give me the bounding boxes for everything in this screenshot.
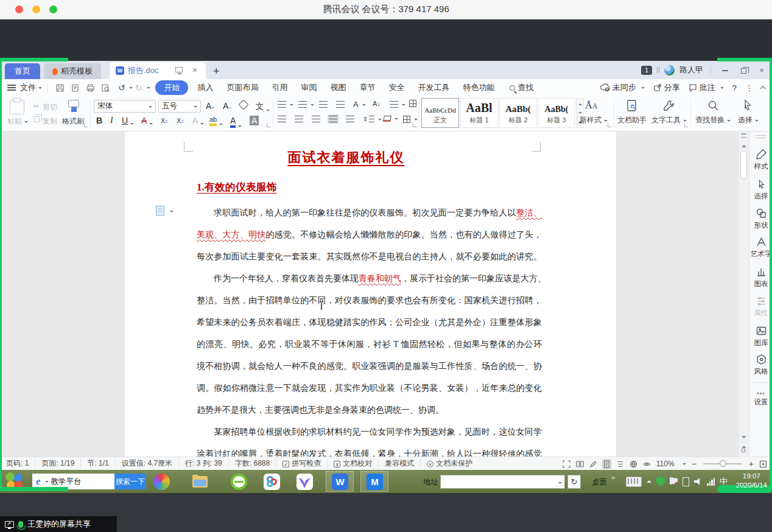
refresh-icon[interactable]: ↻ <box>567 475 581 489</box>
taskbar-clock[interactable]: 19:07 2020/6/14 <box>736 472 767 490</box>
paste-label[interactable]: 粘贴 <box>7 116 28 127</box>
sort-icon[interactable]: A↓ <box>373 100 381 107</box>
comment-button[interactable]: 批注 <box>689 82 724 93</box>
previous-page-button[interactable] <box>742 443 746 448</box>
help-icon[interactable]: ? <box>732 83 737 93</box>
line-spacing-icon[interactable]: ⇕ <box>363 116 382 122</box>
browser-360-icon[interactable] <box>153 474 170 490</box>
doc-assistant-button[interactable]: 文档助手 <box>617 99 647 125</box>
device-icon[interactable] <box>683 477 689 486</box>
minimize-button[interactable] <box>718 66 732 75</box>
new-tab-button[interactable]: + <box>213 66 220 77</box>
shading-icon[interactable] <box>384 116 398 122</box>
save-icon[interactable] <box>55 83 65 93</box>
window-count-badge[interactable]: 1 <box>641 66 652 75</box>
redo-icon[interactable]: ↻ <box>135 83 142 93</box>
share-button[interactable]: 分享 <box>653 82 680 93</box>
text-direction-icon[interactable]: A <box>353 100 366 109</box>
sidebar-属性[interactable]: 属性 <box>749 295 772 318</box>
flag-icon[interactable] <box>670 477 678 486</box>
export-icon[interactable] <box>71 83 80 93</box>
style-标题 3[interactable]: AaBb(标题 3 <box>538 98 575 128</box>
wps-app-icon[interactable]: W <box>332 474 348 490</box>
fullscreen-view-icon[interactable] <box>563 460 570 468</box>
format-painter-label[interactable]: 格式刷 <box>62 116 84 127</box>
copy-label[interactable]: 复制 <box>43 116 57 127</box>
cut-icon[interactable]: ✂ <box>33 102 40 111</box>
font-name-select[interactable]: 宋体 <box>94 100 156 113</box>
menu-tab-审阅[interactable]: 审阅 <box>294 80 323 95</box>
screen-share-badge[interactable]: 王雯婷的屏幕共享 <box>0 516 117 532</box>
zoom-knob[interactable] <box>720 460 726 467</box>
restore-button[interactable] <box>737 66 750 75</box>
meeting-app-icon[interactable]: M <box>367 474 383 490</box>
address-input[interactable] <box>440 475 565 489</box>
strikethrough-icon[interactable]: A <box>141 116 153 125</box>
format-painter-icon[interactable] <box>68 100 79 107</box>
desktop-chevrons-icon[interactable]: » <box>611 474 615 481</box>
antivirus-icon[interactable] <box>231 474 247 490</box>
status-seg-4[interactable]: 行: 3 列: 39 <box>179 458 229 469</box>
decrease-font-icon[interactable]: A− <box>223 101 232 111</box>
close-tab-icon[interactable]: × <box>192 65 197 75</box>
status-seg-5[interactable]: 字数: 6888 <box>229 458 276 469</box>
paragraph-options-caret[interactable] <box>170 211 174 214</box>
increase-font-icon[interactable]: A+ <box>206 101 215 111</box>
font-size-select[interactable]: 五号 <box>158 100 201 113</box>
bold-icon[interactable]: B <box>96 116 102 125</box>
taskbar-search-button[interactable]: 搜索一下 <box>114 474 146 489</box>
para-layout-icon[interactable] <box>390 101 405 108</box>
eye-protect-icon[interactable] <box>643 460 651 468</box>
sync-status[interactable]: 未同步 <box>600 82 645 93</box>
style-正文[interactable]: AaBbCcDd正文 <box>421 98 459 128</box>
cast-icon[interactable] <box>175 67 183 72</box>
scrollbar-thumb[interactable] <box>740 151 747 179</box>
menu-tab-页面布局[interactable]: 页面布局 <box>220 80 265 95</box>
status-seg-1[interactable]: 页面: 1/19 <box>35 458 81 469</box>
new-style-button[interactable]: AA✳ 新样式 <box>580 99 608 125</box>
distribute-icon[interactable] <box>346 116 354 122</box>
text-effects-icon[interactable]: A <box>192 116 204 125</box>
tab-docer-templates[interactable]: 稻壳模板 <box>44 63 101 79</box>
select-button[interactable]: 选择 <box>738 99 759 125</box>
page-view-icon[interactable] <box>603 460 611 468</box>
sidebar-图库[interactable]: 图库 <box>749 325 772 348</box>
close-button[interactable]: × <box>755 66 768 75</box>
speaker-icon[interactable] <box>694 478 702 486</box>
align-left-icon[interactable] <box>278 116 286 122</box>
align-right-icon[interactable] <box>312 116 320 122</box>
undo-icon[interactable]: ↺ <box>118 83 125 93</box>
superscript-icon[interactable]: X2 <box>161 117 168 124</box>
scroll-up-arrow[interactable] <box>742 142 746 147</box>
cut-label[interactable]: 剪切 <box>43 102 57 113</box>
file-explorer-icon[interactable] <box>192 474 208 490</box>
vertical-scrollbar[interactable] <box>738 131 749 457</box>
numbered-list-icon[interactable] <box>298 101 314 108</box>
security-shield-icon[interactable] <box>656 477 665 486</box>
panel-handle[interactable] <box>756 135 766 138</box>
subscript-icon[interactable]: X2 <box>177 117 184 124</box>
tray-expand-icon[interactable] <box>647 478 651 483</box>
doc-proof[interactable]: x文档校对 <box>328 458 379 469</box>
sidebar-形状[interactable]: 形状 <box>749 208 772 230</box>
network-icon[interactable] <box>707 478 715 486</box>
sidebar-艺术字[interactable]: 艺术字 <box>749 236 772 259</box>
ruler-toggle-icon[interactable] <box>741 133 746 138</box>
tab-document[interactable]: W 报告.doc × <box>110 62 206 79</box>
fit-page-icon[interactable] <box>759 460 767 468</box>
menu-tab-开发工具[interactable]: 开发工具 <box>411 80 456 95</box>
menu-tab-视图[interactable]: 视图 <box>323 80 353 95</box>
sidebar-图表[interactable]: 图表 <box>749 266 772 289</box>
menu-tab-安全[interactable]: 安全 <box>382 80 411 95</box>
zoom-in-icon[interactable]: + <box>749 460 754 468</box>
tab-setting-icon[interactable] <box>409 100 416 107</box>
menu-tab-章节[interactable]: 章节 <box>353 80 382 95</box>
desktop-toolbar[interactable]: 桌面 <box>592 477 607 488</box>
spell-check[interactable]: ✓拼写检查 <box>276 458 328 469</box>
outline-view-icon[interactable] <box>616 460 624 468</box>
status-seg-0[interactable]: 页码: 1 <box>0 458 35 469</box>
print-icon[interactable] <box>86 83 95 93</box>
bullet-list-icon[interactable] <box>278 101 293 108</box>
pinyin-icon[interactable]: 文 <box>256 101 270 112</box>
style-标题 1[interactable]: AaBl标题 1 <box>460 98 498 128</box>
